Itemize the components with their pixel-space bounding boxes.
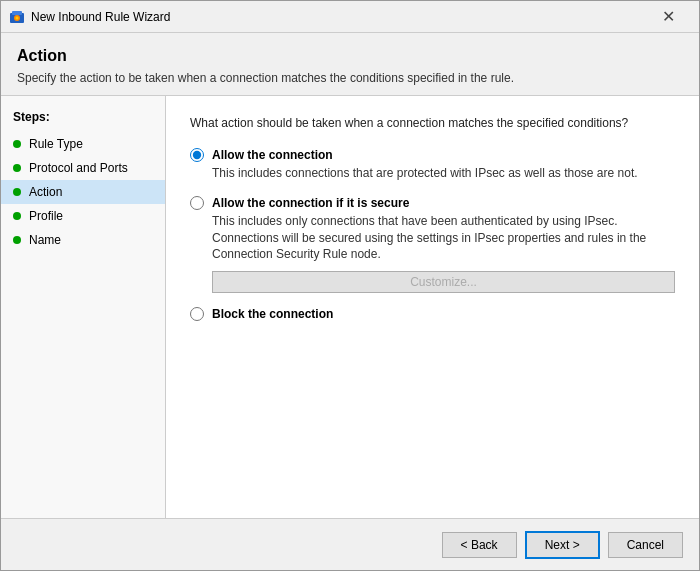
option-allow-secure: Allow the connection if it is secure Thi… [190, 196, 675, 293]
option-allow: Allow the connection This includes conne… [190, 148, 675, 182]
sidebar: Steps: Rule Type Protocol and Ports Acti… [1, 96, 166, 518]
option-allow-secure-row: Allow the connection if it is secure [190, 196, 675, 210]
svg-point-3 [16, 16, 19, 19]
close-button[interactable]: ✕ [645, 1, 691, 32]
sidebar-item-name[interactable]: Name [1, 228, 165, 252]
window-content: Action Specify the action to be taken wh… [1, 33, 699, 518]
page-title: Action [17, 47, 683, 65]
header-area: Action Specify the action to be taken wh… [1, 33, 699, 96]
option-allow-secure-label: Allow the connection if it is secure [212, 196, 409, 210]
option-block-label: Block the connection [212, 307, 333, 321]
step-dot-rule-type [13, 140, 21, 148]
step-dot-protocol-ports [13, 164, 21, 172]
radio-allow-secure[interactable] [190, 196, 204, 210]
window-title: New Inbound Rule Wizard [31, 10, 645, 24]
option-allow-row: Allow the connection [190, 148, 675, 162]
sidebar-item-profile[interactable]: Profile [1, 204, 165, 228]
radio-block[interactable] [190, 307, 204, 321]
option-allow-desc: This includes connections that are prote… [212, 165, 675, 182]
svg-rect-1 [12, 11, 22, 15]
main-area: Steps: Rule Type Protocol and Ports Acti… [1, 96, 699, 518]
app-icon [9, 9, 25, 25]
step-dot-profile [13, 212, 21, 220]
sidebar-item-label: Protocol and Ports [29, 161, 128, 175]
sidebar-item-label: Action [29, 185, 62, 199]
option-allow-secure-desc: This includes only connections that have… [212, 213, 675, 263]
sidebar-item-rule-type[interactable]: Rule Type [1, 132, 165, 156]
sidebar-item-action[interactable]: Action [1, 180, 165, 204]
page-description: Specify the action to be taken when a co… [17, 71, 683, 85]
next-button[interactable]: Next > [525, 531, 600, 559]
step-dot-action [13, 188, 21, 196]
step-dot-name [13, 236, 21, 244]
sidebar-item-label: Name [29, 233, 61, 247]
sidebar-label: Steps: [1, 106, 165, 132]
titlebar: New Inbound Rule Wizard ✕ [1, 1, 699, 33]
wizard-window: New Inbound Rule Wizard ✕ Action Specify… [0, 0, 700, 571]
back-button[interactable]: < Back [442, 532, 517, 558]
option-block: Block the connection [190, 307, 675, 321]
sidebar-item-protocol-ports[interactable]: Protocol and Ports [1, 156, 165, 180]
content-area: What action should be taken when a conne… [166, 96, 699, 518]
option-block-row: Block the connection [190, 307, 675, 321]
question-text: What action should be taken when a conne… [190, 116, 675, 130]
radio-group: Allow the connection This includes conne… [190, 148, 675, 321]
radio-allow[interactable] [190, 148, 204, 162]
footer: < Back Next > Cancel [1, 518, 699, 570]
sidebar-item-label: Rule Type [29, 137, 83, 151]
cancel-button[interactable]: Cancel [608, 532, 683, 558]
customize-button[interactable]: Customize... [212, 271, 675, 293]
option-allow-label: Allow the connection [212, 148, 333, 162]
sidebar-item-label: Profile [29, 209, 63, 223]
